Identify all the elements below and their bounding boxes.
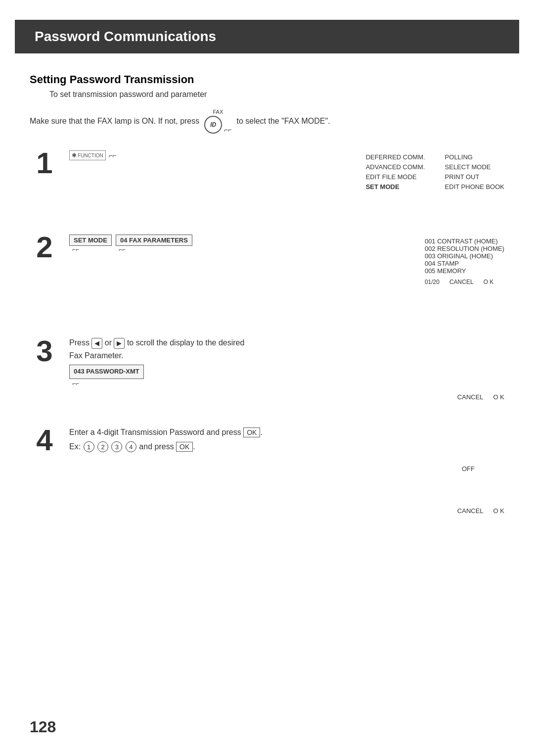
cursor-param: ⌐⌐ (72, 379, 79, 388)
section-title: Setting Password Transmission (30, 73, 504, 86)
section-subtitle: To set transmission password and paramet… (49, 90, 504, 99)
step-2: 2 SET MODE ⌐⌐ 04 FAX PARAMETERS ⌐⌐ (30, 233, 504, 322)
step-3: 3 Press ◀ or ▶ to scroll the display to … (30, 336, 504, 411)
param-box-wrap: 043 PASSWORD-XMT ⌐⌐ (69, 365, 144, 388)
step-1: 1 ✱ FUNCTION ⌐⌐ DEFERRED COMM.POLLING AD… (30, 148, 504, 218)
step-4-number: 4 (30, 425, 59, 455)
header-bar: Password Communications (15, 20, 519, 53)
fax-label: FAX (213, 109, 223, 115)
step3-right-cancel-ok: CANCEL O K (457, 393, 504, 401)
step-3-number: 3 (30, 336, 59, 366)
cursor-fax-params: ⌐⌐ (119, 246, 126, 253)
left-arrow-btn[interactable]: ◀ (91, 338, 102, 349)
cancel-label-step3: CANCEL (457, 393, 484, 401)
step-3-content: Press ◀ or ▶ to scroll the display to th… (69, 336, 504, 388)
fax-mode-line: Make sure that the FAX lamp is ON. If no… (30, 109, 504, 134)
set-mode-btn-wrap: SET MODE ⌐⌐ (69, 235, 112, 253)
page-num: 01/20 (425, 279, 440, 285)
step2-bottom-bar: 01/20 CANCEL O K (425, 279, 504, 285)
fax-button-icon: FAX ID ⌐⌐ (204, 109, 231, 134)
step-2-number: 2 (30, 233, 59, 262)
ok-box-1: OK (243, 427, 260, 437)
fax-circle-button: ID (204, 116, 222, 134)
fax-params-button[interactable]: 04 FAX PARAMETERS (116, 235, 192, 246)
cursor-icon-fax: ⌐⌐ (224, 126, 231, 134)
param-box: 043 PASSWORD-XMT (69, 365, 144, 379)
step4-bottom-cancel-ok: CANCEL O K (457, 507, 504, 515)
cursor-icon-step1: ⌐⌐ (109, 152, 116, 159)
right-arrow-btn[interactable]: ▶ (114, 338, 125, 349)
ok-label-step3: O K (493, 393, 504, 401)
page-number: 128 (30, 718, 56, 736)
function-box: ✱ FUNCTION (69, 150, 106, 160)
ok-box-2: OK (176, 442, 193, 452)
step-1-number: 1 (30, 148, 59, 178)
step-4: 4 Enter a 4-digit Transmission Password … (30, 425, 504, 515)
off-label: OFF (462, 465, 475, 472)
ok-label-step4: O K (493, 507, 504, 515)
circle-1: 1 (84, 441, 94, 452)
cursor-set-mode: ⌐⌐ (72, 246, 79, 253)
step1-right-menu: DEFERRED COMM.POLLING ADVANCED COMM.SELE… (366, 153, 504, 190)
cancel-label-step4: CANCEL (457, 507, 484, 515)
fax-params-btn-wrap: 04 FAX PARAMETERS ⌐⌐ (116, 235, 192, 253)
set-mode-button[interactable]: SET MODE (69, 235, 112, 246)
circle-3: 3 (111, 441, 122, 452)
circle-4: 4 (126, 441, 136, 452)
step-4-content: Enter a 4-digit Transmission Password an… (69, 425, 504, 454)
ok-label-step2: O K (484, 279, 494, 285)
step2-right-menu: 001 CONTRAST (HOME) 002 RESOLUTION (HOME… (425, 237, 504, 285)
cancel-label-step2: CANCEL (449, 279, 474, 285)
circle-2: 2 (97, 441, 108, 452)
page-title: Password Communications (35, 29, 216, 44)
